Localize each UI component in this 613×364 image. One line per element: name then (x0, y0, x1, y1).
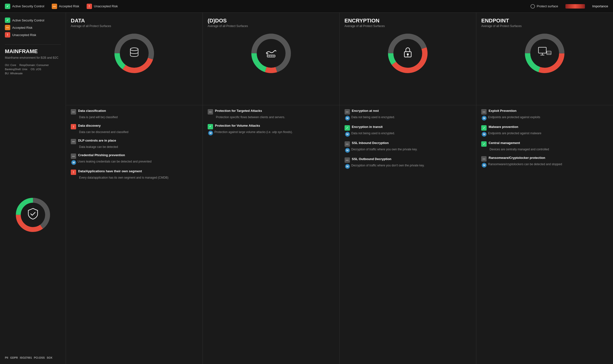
m-badge-ssl-outbound: M (345, 164, 350, 169)
status-indicator-ssl-inbound: — (345, 141, 350, 147)
control-title-encryption-rest: Encryption at rest (352, 109, 379, 113)
control-header-targeted-attacks: —Protection for Targeted Attacks (208, 109, 334, 115)
m-badge-encryption-transit: M (345, 132, 350, 137)
accepted-label: Accepted Risk (59, 4, 79, 8)
category-top-encryption: ENCRYPTIONAverage of all Protect Surface… (340, 13, 476, 105)
sidebar-shell: BankingShell: Unix OS: zOS (5, 68, 61, 71)
control-item-data-segment: !Data/Applications have their own segmen… (71, 169, 198, 180)
category-col-endpoint: ENDPOINTAverage of all Protect Surfaces … (476, 13, 613, 364)
control-desc-encryption-rest: Data not being used is encrypted. (351, 115, 395, 119)
control-desc-ssl-inbound: Decryption of traffic where you own the … (351, 147, 418, 152)
status-indicator-ssl-outbound: — (345, 157, 350, 163)
status-indicator-exploit-prevention: — (481, 109, 487, 115)
category-col-ddos: (D)DOSAverage of all Protect Surfaces —P… (203, 13, 340, 364)
top-nav: ✓ Active Security Control — Accepted Ris… (0, 0, 613, 13)
control-title-targeted-attacks: Protection for Targeted Attacks (215, 109, 262, 113)
m-badge-volume-attacks: M (208, 130, 213, 135)
control-desc-ssl-outbound: Decryption of traffic where you don't ow… (351, 164, 425, 168)
control-header-volume-attacks: ✓Protection for Volume Attacks (208, 124, 334, 129)
sidebar-active-icon: ✓ (5, 18, 10, 23)
sidebar-legend: ✓ Active Security Control — Accepted Ris… (5, 18, 61, 39)
tag-iso27001: ISO27001 (20, 356, 32, 359)
active-label: Active Security Control (12, 4, 44, 8)
category-donut-ddos (208, 31, 334, 75)
category-title-endpoint: ENDPOINT (481, 18, 608, 24)
sidebar-donut-wrap (14, 195, 53, 234)
category-donut-endpoint (481, 31, 608, 75)
sidebar-title: MAINFRAME (5, 48, 61, 55)
sidebar-description: Mainframe environment for B2B and B2C (5, 56, 61, 60)
control-item-targeted-attacks: —Protection for Targeted AttacksProtecti… (208, 109, 334, 119)
control-desc-exploit-prevention: Endpoints are protected against exploits (488, 115, 540, 119)
control-title-ssl-inbound: SSL Inbound Decryption (352, 141, 389, 145)
accepted-icon: — (52, 4, 57, 9)
control-desc-volume-attacks: Protection against large volume attacks … (214, 130, 293, 134)
control-header-central-management: ✓Central management (481, 141, 608, 147)
control-item-data-discovery: !Data discoveryData can be discovered an… (71, 124, 198, 134)
tag-gdpr: GDPR (10, 356, 18, 359)
control-desc-data-discovery: Data can be discovered and classified (79, 130, 128, 134)
sidebar-tags: PII GDPR ISO27001 PCI-DSS SOX (5, 356, 61, 359)
category-col-data: DATAAverage of all Protect Surfaces —Dat… (66, 13, 203, 364)
status-indicator-encryption-rest: — (345, 109, 350, 115)
active-icon: ✓ (5, 4, 10, 9)
svg-rect-31 (547, 51, 551, 55)
control-item-encryption-transit: ✓Encryption in transitMData not being us… (345, 125, 472, 137)
control-header-ransomware-protection: —Ransomware/Cryptolocker protection (481, 156, 608, 162)
status-indicator-dlp-controls: — (71, 139, 76, 144)
control-desc-credential-phishing: Users leaking credentials can be detecte… (78, 160, 152, 164)
sidebar-legend-accepted: — Accepted Risk (5, 25, 61, 30)
control-title-malware-prevention: Malware prevention (488, 125, 518, 129)
control-title-dlp-controls: DLP controls are in place (78, 139, 116, 143)
category-top-endpoint: ENDPOINTAverage of all Protect Surfaces (476, 13, 613, 105)
sidebar-active-label: Active Security Control (12, 18, 44, 22)
category-subtitle-data: Average of all Protect Surfaces (71, 24, 198, 28)
control-title-credential-phishing: Credential Phishing prevention (78, 153, 125, 157)
control-item-exploit-prevention: —Exploit PreventionMEndpoints are protec… (481, 109, 608, 121)
category-title-ddos: (D)DOS (208, 18, 334, 24)
control-desc-targeted-attacks: Protection specific flows between client… (216, 115, 285, 119)
m-badge-exploit-prevention: M (482, 116, 487, 121)
control-desc-data-segment: Every data/application has its own segme… (79, 176, 168, 180)
legend-active: ✓ Active Security Control (5, 4, 44, 9)
sidebar-ou: OU: Core RespDomain: Consumer (5, 64, 61, 66)
importance-label: Importance (592, 4, 608, 8)
category-subtitle-endpoint: Average of all Protect Surfaces (481, 24, 608, 28)
category-bottom-endpoint: —Exploit PreventionMEndpoints are protec… (476, 105, 613, 364)
category-subtitle-encryption: Average of all Protect Surfaces (345, 24, 472, 28)
control-item-ssl-inbound: —SSL Inbound DecryptionMDecryption of tr… (345, 141, 472, 153)
control-item-volume-attacks: ✓Protection for Volume AttacksMProtectio… (208, 124, 334, 135)
unaccepted-label: Unaccepted Risk (94, 4, 118, 8)
category-bottom-data: —Data classificationData is (and will be… (66, 105, 203, 364)
control-item-data-classification: —Data classificationData is (and will be… (71, 109, 198, 119)
control-title-ssl-outbound: SSL Outbound Decryption (352, 157, 391, 161)
status-indicator-ransomware-protection: — (481, 156, 487, 162)
control-header-data-discovery: !Data discovery (71, 124, 198, 129)
control-title-data-classification: Data classification (78, 109, 106, 113)
control-header-data-classification: —Data classification (71, 109, 198, 115)
protect-surface-icon (530, 4, 535, 9)
m-badge-malware-prevention: M (482, 132, 487, 137)
tag-pii: PII (5, 356, 8, 359)
control-title-encryption-transit: Encryption in transit (352, 125, 383, 129)
control-desc-encryption-transit: Data not being used is encrypted. (351, 131, 395, 135)
tag-pci-dss: PCI-DSS (34, 356, 45, 359)
control-item-encryption-rest: —Encryption at restMData not being used … (345, 109, 472, 121)
m-badge-credential-phishing: M (71, 160, 76, 165)
control-header-encryption-rest: —Encryption at rest (345, 109, 472, 115)
control-item-credential-phishing: —Credential Phishing preventionMUsers le… (71, 153, 198, 165)
status-indicator-volume-attacks: ✓ (208, 124, 213, 129)
category-col-encryption: ENCRYPTIONAverage of all Protect Surface… (340, 13, 477, 364)
protect-surface: Protect surface (530, 4, 558, 9)
category-subtitle-ddos: Average of all Protect Surfaces (208, 24, 334, 28)
control-item-malware-prevention: ✓Malware preventionMEndpoints are protec… (481, 125, 608, 137)
control-desc-ransomware-protection: Ransomware/cryptolockers can be detected… (488, 162, 562, 166)
control-desc-central-management: Devices are centrally managed and contro… (489, 147, 549, 152)
status-indicator-central-management: ✓ (481, 141, 487, 147)
status-indicator-targeted-attacks: — (208, 109, 213, 115)
importance-bar (565, 4, 585, 9)
status-indicator-data-segment: ! (71, 169, 76, 175)
sidebar-legend-unaccepted: ! Unaccepted Risk (5, 32, 61, 38)
sidebar-donut (5, 76, 61, 354)
control-item-ssl-outbound: —SSL Outbound DecryptionMDecryption of t… (345, 157, 472, 169)
